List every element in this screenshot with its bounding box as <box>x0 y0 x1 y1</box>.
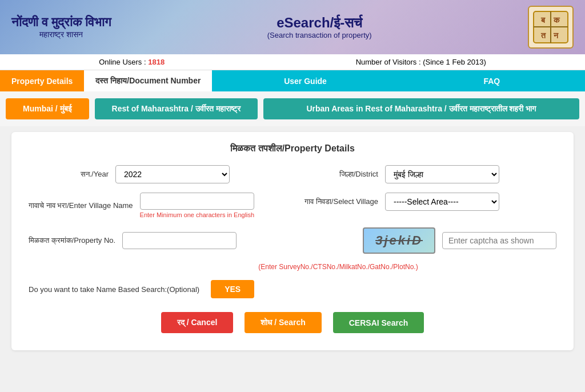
tab-rest-maharashtra[interactable]: Rest of Maharashtra / उर्वीरत महाराष्ट्र <box>95 98 258 119</box>
form-title: मिळकत तपशील/Property Details <box>29 143 556 154</box>
search-button[interactable]: शोध / Search <box>245 312 321 333</box>
select-village-group: गाव निवडा/Select Village -----Select Are… <box>298 193 556 211</box>
village-name-label: गावाचे नाव भरा/Enter Village Name <box>29 201 133 210</box>
year-group: सन./Year 2022 2021 2020 2019 2018 <box>29 165 287 183</box>
header-center: eSearch/ई-सर्च (Search transaction of pr… <box>267 15 372 39</box>
status-bar: Online Users : 1818 Number of Visitors :… <box>0 54 585 70</box>
village-input-wrap: Enter Minimum one characters in English <box>140 193 255 218</box>
year-select[interactable]: 2022 2021 2020 2019 2018 <box>115 165 230 183</box>
name-search-label: Do you want to take Name Based Search:(O… <box>29 285 199 294</box>
name-search-row: Do you want to take Name Based Search:(O… <box>29 280 556 298</box>
visitors-count: Number of Visitors : (Since 1 Feb 2013) <box>356 58 486 66</box>
cersai-button[interactable]: CERSAI Search <box>333 312 424 333</box>
village-name-input[interactable] <box>140 193 254 210</box>
tab-mumbai[interactable]: Mumbai / मुंबई <box>6 98 89 119</box>
cancel-button[interactable]: रद् / Cancel <box>161 312 234 333</box>
header: नोंदणी व मुद्रांक विभाग महाराष्ट्र शासन … <box>0 0 585 54</box>
year-label: सन./Year <box>29 170 109 179</box>
form-row-property-captcha: मिळकत क्रमांक/Property No. 3jekiD <box>29 227 556 254</box>
svg-text:न: न <box>553 31 559 40</box>
online-count: 1818 <box>148 58 165 66</box>
header-left: नोंदणी व मुद्रांक विभाग महाराष्ट्र शासन <box>11 15 111 39</box>
form-row-village: गावाचे नाव भरा/Enter Village Name Enter … <box>29 193 556 218</box>
region-tabs: Mumbai / मुंबई Rest of Maharashtra / उर्… <box>0 91 585 126</box>
property-hint: (Enter SurveyNo./CTSNo./MilkatNo./GatNo.… <box>120 263 556 271</box>
district-label: जिल्हा/District <box>298 170 378 179</box>
property-no-group: मिळकत क्रमांक/Property No. <box>29 232 351 249</box>
form-row-year-district: सन./Year 2022 2021 2020 2019 2018 जिल्हा… <box>29 165 556 183</box>
captcha-image: 3jekiD <box>363 227 435 254</box>
online-users: Online Users : 1818 <box>99 58 165 66</box>
svg-text:ब: ब <box>540 16 546 25</box>
tab-property-details[interactable]: Property Details <box>0 70 84 91</box>
select-village-select[interactable]: -----Select Area---- <box>385 193 499 211</box>
action-row: रद् / Cancel शोध / Search CERSAI Search <box>29 312 556 333</box>
form-container: मिळकत तपशील/Property Details सन./Year 20… <box>11 132 574 350</box>
header-subtitle: महाराष्ट्र शासन <box>11 30 111 39</box>
esearch-title: eSearch/ई-सर्च <box>267 15 372 31</box>
main-nav: Property Details दस्त निहाय/Document Num… <box>0 70 585 91</box>
select-village-label: गाव निवडा/Select Village <box>298 197 378 206</box>
logo-icon: ब क त न <box>531 9 571 46</box>
logo: ब क त न <box>528 6 574 49</box>
tab-document-number[interactable]: दस्त निहाय/Document Number <box>84 70 212 91</box>
district-group: जिल्हा/District मुंबई जिल्हा <box>298 165 556 183</box>
tab-user-guide[interactable]: User Guide <box>212 70 398 91</box>
property-no-input[interactable] <box>122 232 237 249</box>
tab-urban-areas[interactable]: Urban Areas in Rest of Maharashtra / उर्… <box>263 98 579 119</box>
tab-faq[interactable]: FAQ <box>399 70 585 91</box>
esearch-subtitle: (Search transaction of property) <box>267 31 372 39</box>
svg-text:त: त <box>540 31 546 40</box>
header-title-main: नोंदणी व मुद्रांक विभाग <box>11 15 111 30</box>
district-select[interactable]: मुंबई जिल्हा <box>385 165 499 183</box>
captcha-input[interactable] <box>442 232 556 249</box>
village-name-hint: Enter Minimum one characters in English <box>140 211 255 218</box>
village-name-group: गावाचे नाव भरा/Enter Village Name Enter … <box>29 193 287 218</box>
yes-button[interactable]: YES <box>211 280 254 298</box>
property-no-label: मिळकत क्रमांक/Property No. <box>29 236 115 245</box>
captcha-group: 3jekiD <box>363 227 556 254</box>
